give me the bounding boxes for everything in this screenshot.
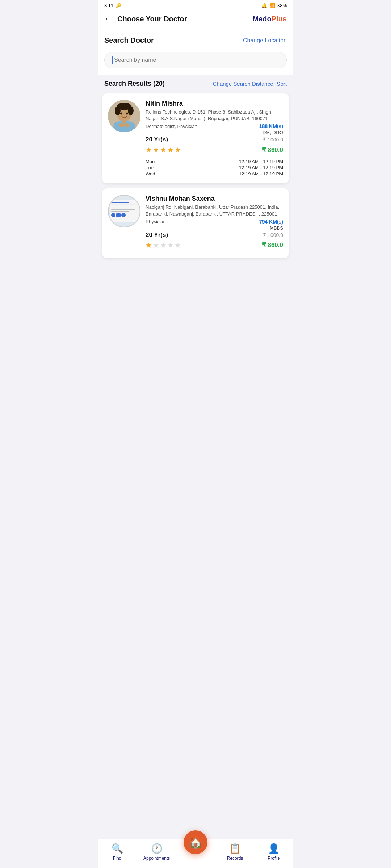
ss-text-1: [111, 209, 135, 210]
nav-bar: ← Choose Your Doctor MedoPlus: [98, 10, 293, 29]
qual-text-1: DM, DGO: [262, 130, 283, 135]
day-wed: Wed: [146, 171, 155, 176]
time-wed: 12:19 AM - 12:19 PM: [239, 171, 283, 176]
schedule-1: Mon 12:19 AM - 12:19 PM Tue 12:19 AM - 1…: [146, 158, 283, 177]
sort-button[interactable]: Sort: [277, 81, 287, 87]
brand-logo: MedoPlus: [253, 15, 287, 23]
price-row-2: 20 Yr(s) ₹ 1000.0: [146, 231, 283, 239]
svg-point-4: [119, 123, 125, 127]
star2-5: ★: [175, 241, 181, 250]
distance-2: 794 KM(s): [259, 219, 283, 225]
doctor-info-1: Nitin Mishra Relinns Technologies, D-151…: [146, 100, 283, 177]
screenshot-mockup: [110, 200, 139, 222]
experience-1: 20 Yr(s): [146, 136, 168, 143]
ss-row-icons: [111, 213, 126, 217]
battery-text: 38%: [277, 3, 287, 8]
schedule-row-wed: Wed 12:19 AM - 12:19 PM: [146, 171, 283, 177]
change-location-button[interactable]: Change Location: [243, 37, 287, 44]
qualification-row-1: DM, DGO: [146, 130, 283, 135]
ss-icon-3: [121, 213, 126, 217]
doctor-name-1: Nitin Mishra: [146, 100, 283, 107]
status-right: 🔔 📶 38%: [261, 3, 287, 8]
svg-point-12: [126, 113, 128, 115]
day-tue: Tue: [146, 165, 154, 170]
doctor-avatar-1: [108, 100, 140, 132]
results-header: Search Results (20) Change Search Distan…: [98, 75, 293, 91]
rating-stars-2: ★ ★ ★ ★ ★: [146, 241, 181, 250]
ss-icon-2: [116, 213, 121, 217]
star-4: ★: [167, 145, 174, 154]
star-3: ★: [160, 145, 167, 154]
status-left: 3:11 🔑: [104, 3, 121, 8]
alarm-icon: 🔔: [261, 3, 267, 8]
search-doctor-header: Search Doctor Change Location: [98, 29, 293, 48]
price-row-1: 20 Yr(s) ₹ 1000.0: [146, 136, 283, 143]
search-doctor-title: Search Doctor: [104, 36, 154, 44]
ss-divider: [111, 204, 137, 205]
results-count: Search Results (20): [104, 80, 165, 88]
doctor-avatar-2: [108, 195, 140, 227]
doctor-card-1[interactable]: Nitin Mishra Relinns Technologies, D-151…: [102, 93, 289, 183]
star2-3: ★: [160, 241, 167, 250]
price-new-1: ₹ 860.0: [262, 146, 283, 154]
star-1: ★: [146, 145, 152, 154]
status-bar: 3:11 🔑 🔔 📶 38%: [98, 0, 293, 10]
doctor-cards-container: Nitin Mishra Relinns Technologies, D-151…: [98, 91, 293, 294]
doctor-name-2: Vishnu Mohan Saxena: [146, 195, 283, 203]
distance-row-2: Physician 794 KM(s): [146, 219, 283, 225]
distance-row-1: Dermatologist, Physician 188 KM(s): [146, 123, 283, 129]
doctor-info-2: Vishnu Mohan Saxena Nabiganj Rd, Nabigan…: [146, 195, 283, 251]
search-cursor: [112, 56, 113, 64]
price-new-2: ₹ 860.0: [262, 241, 283, 249]
time-tue: 12:19 AM - 12:19 PM: [239, 165, 283, 170]
distance-1: 188 KM(s): [259, 123, 283, 129]
star-2: ★: [153, 145, 159, 154]
change-search-distance-button[interactable]: Change Search Distance: [213, 81, 273, 87]
star2-1: ★: [146, 241, 152, 250]
back-button[interactable]: ←: [104, 14, 112, 24]
ss-row-1: [111, 206, 113, 209]
svg-point-11: [120, 113, 122, 115]
price-old-2: ₹ 1000.0: [263, 232, 283, 238]
card-top-2: Vishnu Mohan Saxena Nabiganj Rd, Nabigan…: [108, 195, 283, 251]
speciality-1: Dermatologist, Physician: [146, 124, 197, 129]
svg-point-5: [124, 123, 130, 127]
search-input[interactable]: [114, 57, 279, 63]
star2-2: ★: [153, 241, 159, 250]
price-old-1: ₹ 1000.0: [263, 137, 283, 142]
search-input-wrapper[interactable]: [104, 52, 287, 68]
speciality-2: Physician: [146, 219, 166, 224]
doctor-address-1: Relinns Technologies, D-151, Phase 8, Sa…: [146, 109, 283, 122]
results-actions: Change Search Distance Sort: [213, 81, 287, 87]
stars-price-row-1: ★ ★ ★ ★ ★ ₹ 860.0: [146, 144, 283, 156]
nav-left: ← Choose Your Doctor: [104, 14, 187, 24]
card-top-1: Nitin Mishra Relinns Technologies, D-151…: [108, 100, 283, 177]
ss-bar-top: [111, 202, 129, 203]
svg-point-9: [115, 106, 121, 115]
svg-point-10: [128, 106, 134, 115]
stars-price-row-2: ★ ★ ★ ★ ★ ₹ 860.0: [146, 239, 283, 251]
star2-4: ★: [167, 241, 174, 250]
status-time: 3:11: [104, 3, 113, 8]
schedule-row-tue: Tue 12:19 AM - 12:19 PM: [146, 165, 283, 171]
search-container: [98, 48, 293, 75]
key-icon: 🔑: [115, 3, 121, 8]
day-mon: Mon: [146, 159, 155, 164]
experience-2: 20 Yr(s): [146, 231, 168, 239]
qual-text-2: MBBS: [270, 225, 283, 231]
rating-stars-1: ★ ★ ★ ★ ★: [146, 145, 181, 154]
star-5: ★: [175, 145, 181, 154]
brand-part2: Plus: [272, 15, 287, 23]
doctor-card-2[interactable]: Vishnu Mohan Saxena Nabiganj Rd, Nabigan…: [102, 188, 289, 258]
doctor-address-2: Nabiganj Rd, Nabiganj, Barabanki, Uttar …: [146, 204, 283, 217]
schedule-row-mon: Mon 12:19 AM - 12:19 PM: [146, 158, 283, 165]
brand-part1: Medo: [253, 15, 272, 23]
time-mon: 12:19 AM - 12:19 PM: [239, 159, 283, 164]
wifi-icon: 📶: [269, 3, 275, 8]
ss-text-2: [111, 211, 129, 212]
page-title: Choose Your Doctor: [117, 15, 187, 23]
qualification-row-2: MBBS: [146, 225, 283, 231]
ss-icon-1: [111, 213, 115, 217]
